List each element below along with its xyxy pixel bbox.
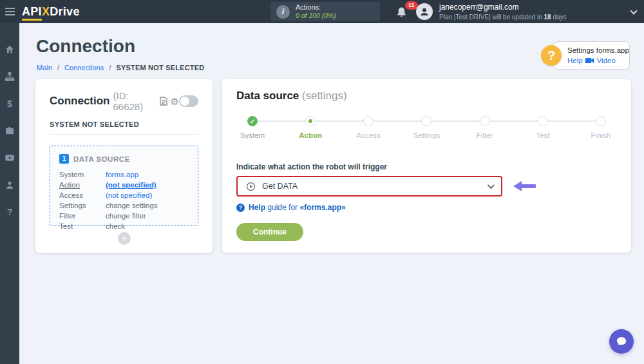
actions-label: Actions: xyxy=(296,3,336,12)
menu-icon[interactable] xyxy=(0,8,19,15)
step-system[interactable]: ✓ System xyxy=(236,116,269,139)
logo-drive: Drive xyxy=(50,5,80,18)
table-row: Settings change settings xyxy=(59,200,189,211)
question-icon: ? xyxy=(7,207,13,217)
youtube-icon xyxy=(5,153,15,163)
step-access[interactable]: Access xyxy=(352,116,384,139)
user-icon xyxy=(419,6,430,17)
notifications-button[interactable]: 11 xyxy=(395,4,412,21)
action-select-label: Indicate what action the robot will trig… xyxy=(236,162,617,171)
breadcrumb-connections[interactable]: Connections xyxy=(64,64,104,72)
datasource-box-title: DATA SOURCE xyxy=(73,155,130,163)
actions-value: 0 of 100 (0%) xyxy=(296,12,336,20)
help-guide-line: ? Help guide for «forms.app» xyxy=(236,203,617,212)
help-link[interactable]: Help xyxy=(567,56,583,66)
help-widget-box: Settings forms.app Help Video xyxy=(553,41,630,70)
table-row: System forms.app xyxy=(59,169,189,180)
person-icon xyxy=(5,180,15,190)
chat-widget-button[interactable] xyxy=(609,329,634,354)
connection-toggle[interactable] xyxy=(179,95,198,107)
access-value-link[interactable]: (not specified) xyxy=(106,190,152,200)
table-row: Action (not specified) xyxy=(59,180,189,190)
help-widget-title: Settings forms.app xyxy=(567,46,624,56)
video-camera-icon xyxy=(585,57,594,64)
test-value[interactable]: check xyxy=(106,221,125,231)
sidebar-item-services[interactable] xyxy=(0,124,19,138)
connection-id: (ID: 66628) xyxy=(113,90,156,112)
step-current-dot-icon xyxy=(305,116,316,126)
step-test[interactable]: Test xyxy=(527,116,559,139)
top-header: APIXDrive i Actions: 0 of 100 (0%) 11 ja… xyxy=(0,0,644,23)
table-row: Filter change filter xyxy=(59,211,189,221)
datasource-summary-box[interactable]: 1 DATA SOURCE System forms.app Action (n… xyxy=(50,146,198,226)
breadcrumb-main[interactable]: Main xyxy=(37,64,52,72)
play-circle-icon xyxy=(246,182,256,191)
user-email: janecoperr@gmail.com xyxy=(439,3,567,13)
annotation-arrow-icon xyxy=(513,181,536,191)
notification-badge: 11 xyxy=(405,1,418,10)
connection-status: SYSTEM NOT SELECTED xyxy=(50,120,198,135)
sidebar: $ ? xyxy=(0,23,19,364)
avatar[interactable] xyxy=(416,3,433,20)
sidebar-item-help[interactable]: ? xyxy=(0,205,19,219)
step-action[interactable]: Action xyxy=(294,116,327,139)
plan-days: 18 xyxy=(544,14,551,21)
dollar-icon: $ xyxy=(7,99,12,109)
user-plan: Plan |Test DRIVE| will be updated in 18 … xyxy=(439,13,567,21)
step-filter[interactable]: Filter xyxy=(469,116,501,139)
help-guide-link[interactable]: Help guide for «forms.app» xyxy=(249,203,346,212)
settings-value[interactable]: change settings xyxy=(106,200,158,211)
apixdrive-logo[interactable]: APIXDrive xyxy=(22,5,80,19)
chat-bubble-icon xyxy=(615,335,628,348)
account-menu[interactable]: janecoperr@gmail.com Plan |Test DRIVE| w… xyxy=(439,3,567,21)
filter-value[interactable]: change filter xyxy=(106,211,146,221)
sitemap-icon xyxy=(5,72,15,82)
continue-button[interactable]: Continue xyxy=(236,223,303,241)
gear-icon[interactable]: ⚙ xyxy=(171,97,179,106)
breadcrumb-current: SYSTEM NOT SELECTED xyxy=(116,64,204,72)
actions-counter[interactable]: i Actions: 0 of 100 (0%) xyxy=(270,2,380,21)
add-step-button[interactable]: + xyxy=(118,232,131,245)
table-row: Test check xyxy=(59,221,189,231)
action-value-link[interactable]: (not specified) xyxy=(106,180,156,190)
panel-title: Data source xyxy=(236,90,299,102)
document-icon[interactable] xyxy=(160,97,167,106)
panel-subtitle: (settings) xyxy=(302,90,347,102)
sidebar-item-billing[interactable]: $ xyxy=(0,97,19,111)
logo-x: X xyxy=(42,5,50,18)
setup-stepper: ✓ System Action Access Settings Filter xyxy=(236,116,617,147)
sidebar-item-connections[interactable] xyxy=(0,70,19,84)
logo-api: API xyxy=(22,5,42,21)
briefcase-icon xyxy=(5,126,15,136)
datasource-settings-card: Data source (settings) ✓ System Action A… xyxy=(222,79,631,253)
sidebar-item-video[interactable] xyxy=(0,151,19,165)
table-row: Access (not specified) xyxy=(59,190,189,200)
info-icon: i xyxy=(276,5,290,19)
help-guide-question-icon: ? xyxy=(236,204,245,212)
step-done-check-icon: ✓ xyxy=(247,116,258,126)
sidebar-item-home[interactable] xyxy=(0,43,19,57)
dropdown-chevron-icon xyxy=(488,182,495,189)
chevron-down-icon[interactable] xyxy=(630,7,637,14)
connection-card: Connection (ID: 66628) ⚙ SYSTEM NOT SELE… xyxy=(35,79,213,253)
sidebar-item-account[interactable] xyxy=(0,178,19,192)
step-finish[interactable]: Finish xyxy=(585,116,617,139)
system-value-link[interactable]: forms.app xyxy=(106,169,138,180)
page-title: Connection xyxy=(36,36,135,57)
breadcrumb: Main / Connections / SYSTEM NOT SELECTED xyxy=(37,64,204,72)
home-icon xyxy=(5,44,15,55)
connection-card-title: Connection xyxy=(50,95,110,108)
step-settings[interactable]: Settings xyxy=(410,116,442,139)
datasource-number-badge: 1 xyxy=(59,154,69,164)
help-question-icon[interactable]: ? xyxy=(541,45,562,66)
action-select-dropdown[interactable]: Get DATA xyxy=(236,176,502,196)
video-link[interactable]: Video xyxy=(597,56,616,66)
action-select-value: Get DATA xyxy=(262,182,298,191)
